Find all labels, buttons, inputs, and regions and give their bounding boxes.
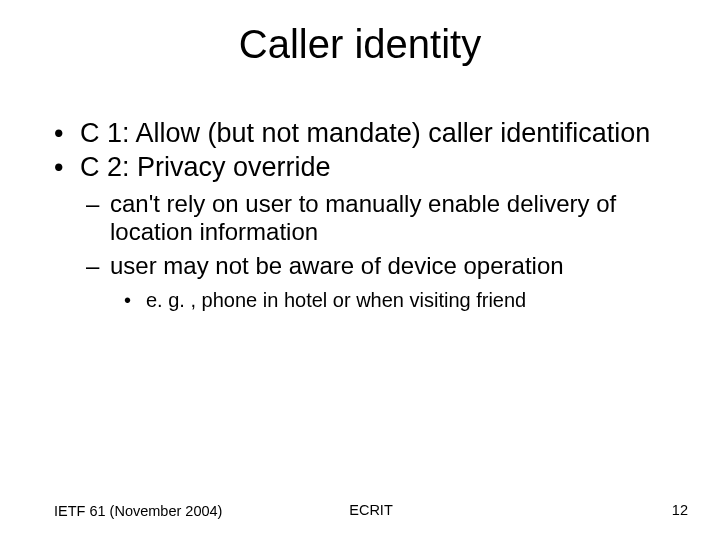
subbullet-1-text: can't rely on user to manually enable de… — [110, 190, 616, 245]
dash-icon: – — [86, 190, 99, 218]
bullet-dot-icon: • — [54, 118, 63, 150]
bullet-c2-text: C 2: Privacy override — [80, 152, 331, 182]
slide-title: Caller identity — [0, 0, 720, 67]
subsubbullet-1-text: e. g. , phone in hotel or when visiting … — [146, 289, 526, 311]
slide-footer: IETF 61 (November 2004) ECRIT 12 — [54, 502, 688, 520]
bullet-c1: • C 1: Allow (but not mandate) caller id… — [54, 118, 680, 150]
bullet-c2: • C 2: Privacy override — [54, 152, 680, 184]
bullet-dot-icon: • — [54, 152, 63, 184]
subsubbullet-1: • e. g. , phone in hotel or when visitin… — [54, 289, 680, 313]
footer-center: ECRIT — [54, 502, 688, 518]
slide-body: • C 1: Allow (but not mandate) caller id… — [54, 118, 680, 312]
bullet-dot-icon: • — [124, 289, 131, 313]
subbullet-2-text: user may not be aware of device operatio… — [110, 252, 564, 279]
subbullet-2: – user may not be aware of device operat… — [54, 252, 680, 280]
bullet-c1-text: C 1: Allow (but not mandate) caller iden… — [80, 118, 650, 148]
subbullet-1: – can't rely on user to manually enable … — [54, 190, 680, 247]
slide: Caller identity • C 1: Allow (but not ma… — [0, 0, 720, 540]
dash-icon: – — [86, 252, 99, 280]
